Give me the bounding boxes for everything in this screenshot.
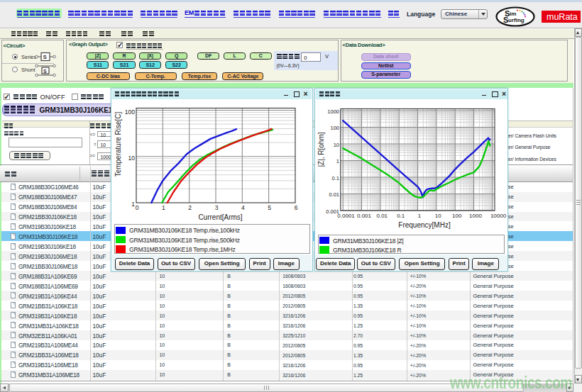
svg-text:S: S — [43, 69, 47, 74]
svg-text:1: 1 — [162, 204, 165, 211]
svg-text:0.001: 0.001 — [357, 213, 372, 219]
svg-text:Temperature Rise[C]: Temperature Rise[C] — [114, 111, 122, 177]
svg-text:100: 100 — [125, 108, 135, 116]
svg-text:10: 10 — [435, 213, 441, 219]
svg-text:100: 100 — [452, 213, 462, 219]
svg-text:10000: 10000 — [490, 213, 507, 219]
svg-text:2: 2 — [188, 204, 192, 211]
svg-text:0.0001: 0.0001 — [337, 213, 355, 219]
svg-text:0.1: 0.1 — [397, 213, 405, 219]
svg-text:1000: 1000 — [327, 108, 339, 115]
svg-text:0: 0 — [136, 204, 139, 211]
svg-text:1000: 1000 — [469, 213, 482, 219]
svg-text:10: 10 — [334, 142, 339, 148]
svg-text:100: 100 — [330, 125, 339, 131]
svg-text:1: 1 — [131, 201, 135, 208]
svg-text:|Z|, R[ohm]: |Z|, R[ohm] — [317, 132, 325, 167]
svg-text:6: 6 — [295, 204, 298, 211]
svg-text:4: 4 — [241, 204, 245, 211]
svg-text:im: im — [510, 11, 516, 17]
svg-text:Frequency[MHz]: Frequency[MHz] — [398, 221, 451, 229]
svg-text:3: 3 — [215, 204, 219, 211]
svg-text:0.01: 0.01 — [329, 191, 339, 198]
svg-text:urfing: urfing — [508, 17, 525, 23]
svg-text:S: S — [43, 54, 48, 60]
svg-text:Current[Arms]: Current[Arms] — [198, 213, 242, 221]
svg-text:1: 1 — [336, 158, 339, 164]
svg-text:0.1: 0.1 — [332, 175, 339, 181]
svg-text:10: 10 — [128, 155, 136, 162]
svg-text:0.01: 0.01 — [377, 213, 388, 219]
svg-text:5: 5 — [268, 204, 271, 211]
svg-text:1: 1 — [418, 213, 422, 219]
